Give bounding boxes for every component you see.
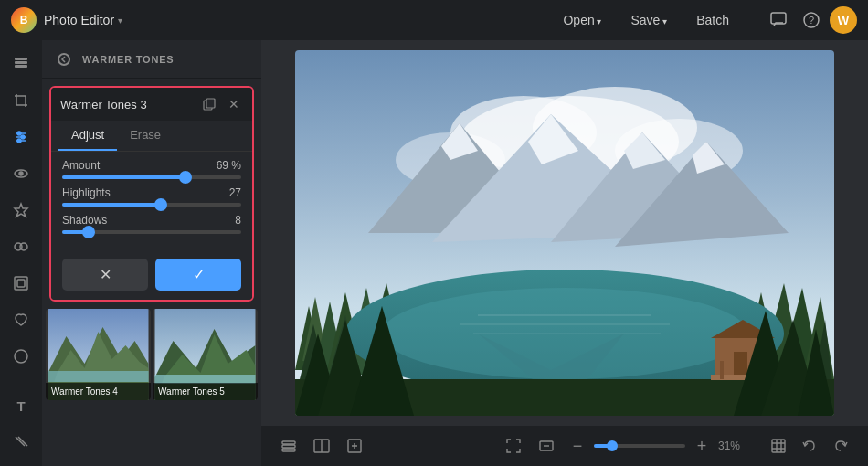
chat-icon: [770, 12, 787, 28]
export-icon: [346, 438, 363, 454]
filter-thumb-1[interactable]: Warmer Tones 4: [46, 309, 151, 400]
chat-icon-button[interactable]: [764, 5, 793, 35]
shadows-label: Shadows: [62, 214, 107, 227]
svg-marker-14: [15, 204, 27, 217]
batch-button[interactable]: Batch: [683, 7, 742, 33]
export-button[interactable]: [342, 433, 367, 459]
compare-button[interactable]: [309, 433, 334, 459]
layers-bottom-button[interactable]: [276, 433, 302, 459]
circle-button[interactable]: [5, 340, 37, 373]
highlights-value: 27: [229, 186, 241, 199]
topbar: B Photo Editor ▾ Open Save Batch ? W: [0, 0, 868, 40]
redo-icon: [832, 438, 849, 454]
thumb-2-label: Warmer Tones 5: [153, 383, 258, 400]
panel-title: WARMER TONES: [82, 54, 174, 65]
svg-point-22: [58, 54, 69, 65]
zoom-slider-thumb[interactable]: [607, 440, 618, 451]
zoom-in-button[interactable]: +: [691, 435, 713, 457]
zoom-slider-track[interactable]: [594, 444, 685, 448]
svg-rect-28: [48, 371, 149, 382]
app-name-label: Photo Editor: [44, 13, 114, 27]
frame-button[interactable]: [5, 267, 37, 300]
thumb-1-label: Warmer Tones 4: [46, 383, 151, 400]
svg-rect-90: [772, 440, 785, 452]
main-photo: [295, 50, 834, 416]
crop-button[interactable]: [5, 84, 37, 117]
brush-button[interactable]: [5, 426, 37, 459]
topbar-actions: Open Save Batch ? W: [550, 5, 857, 35]
circle-icon: [13, 348, 29, 365]
star-button[interactable]: [5, 194, 37, 227]
user-avatar[interactable]: W: [830, 6, 857, 34]
app-logo[interactable]: B: [11, 7, 37, 33]
svg-rect-4: [15, 65, 27, 68]
close-filter-button[interactable]: ✕: [225, 95, 243, 113]
svg-point-16: [20, 243, 27, 250]
save-button[interactable]: Save: [618, 7, 680, 33]
cancel-button[interactable]: ✕: [62, 259, 148, 291]
effects-icon: [13, 238, 29, 255]
zoom-out-button[interactable]: −: [566, 435, 588, 457]
svg-rect-85: [282, 449, 295, 451]
highlights-slider-row: Highlights 27: [62, 186, 241, 207]
redo-button[interactable]: [828, 433, 853, 459]
tab-erase[interactable]: Erase: [117, 121, 174, 151]
filter-tabs: Adjust Erase: [51, 121, 252, 152]
canvas-area: [261, 40, 868, 426]
fit-button[interactable]: [501, 433, 526, 459]
svg-rect-17: [15, 277, 27, 290]
filter-confirm-row: ✕ ✓: [51, 249, 252, 300]
effects-button[interactable]: [5, 230, 37, 263]
undo-button[interactable]: [797, 433, 822, 459]
panel-header: WARMER TONES: [42, 40, 261, 79]
brush-icon: [13, 434, 29, 450]
sliders-button[interactable]: [5, 121, 37, 154]
amount-slider-track[interactable]: [62, 175, 241, 179]
photo-container: [295, 50, 834, 416]
bottom-right-buttons: [766, 433, 853, 459]
bottom-bar: − + 31%: [261, 426, 868, 466]
grid-button[interactable]: [766, 433, 791, 459]
text-button[interactable]: T: [5, 389, 37, 422]
amount-value: 69 %: [217, 159, 241, 172]
highlights-slider-track[interactable]: [62, 203, 241, 207]
eye-button[interactable]: [5, 157, 37, 190]
star-icon: [13, 202, 29, 218]
svg-rect-3: [15, 61, 27, 64]
app-name-button[interactable]: Photo Editor ▾: [44, 13, 122, 27]
filter-thumbnails: Warmer Tones 4 Warmer Tones: [42, 309, 261, 408]
close-icon: ✕: [228, 97, 239, 111]
zoom-controls: − + 31%: [566, 435, 751, 457]
zoom-fit-button[interactable]: [534, 433, 559, 459]
confirm-button[interactable]: ✓: [155, 259, 241, 291]
filter-thumb-2[interactable]: Warmer Tones 5: [153, 309, 258, 400]
amount-label: Amount: [62, 159, 100, 172]
zoom-fit-icon: [538, 438, 555, 454]
highlights-slider-thumb[interactable]: [154, 198, 167, 211]
svg-rect-24: [206, 99, 215, 108]
heart-button[interactable]: [5, 303, 37, 336]
svg-text:?: ?: [809, 15, 814, 26]
layers-button[interactable]: [5, 48, 37, 80]
amount-slider-thumb[interactable]: [179, 171, 192, 184]
svg-rect-83: [282, 441, 295, 444]
svg-point-9: [21, 135, 25, 139]
fit-icon: [505, 438, 522, 454]
copy-filter-button[interactable]: [199, 96, 219, 112]
open-button[interactable]: Open: [550, 7, 614, 33]
panel-back-button[interactable]: [53, 48, 75, 70]
highlights-slider-fill: [62, 203, 161, 207]
filter-item-box: Warmer Tones 3 ✕ Adjust Erase Amount: [49, 86, 254, 302]
svg-point-7: [17, 132, 21, 135]
shadows-slider-thumb[interactable]: [82, 226, 95, 238]
help-icon-button[interactable]: ?: [797, 5, 826, 35]
layers-icon: [13, 56, 29, 72]
sliders-icon: [13, 129, 29, 145]
svg-rect-0: [771, 13, 786, 24]
help-icon: ?: [803, 12, 820, 28]
slider-section: Amount 69 % Highlights 27: [51, 152, 252, 249]
svg-rect-5: [15, 58, 27, 60]
tab-adjust[interactable]: Adjust: [58, 121, 117, 151]
highlights-label: Highlights: [62, 186, 111, 199]
shadows-slider-track[interactable]: [62, 230, 241, 234]
